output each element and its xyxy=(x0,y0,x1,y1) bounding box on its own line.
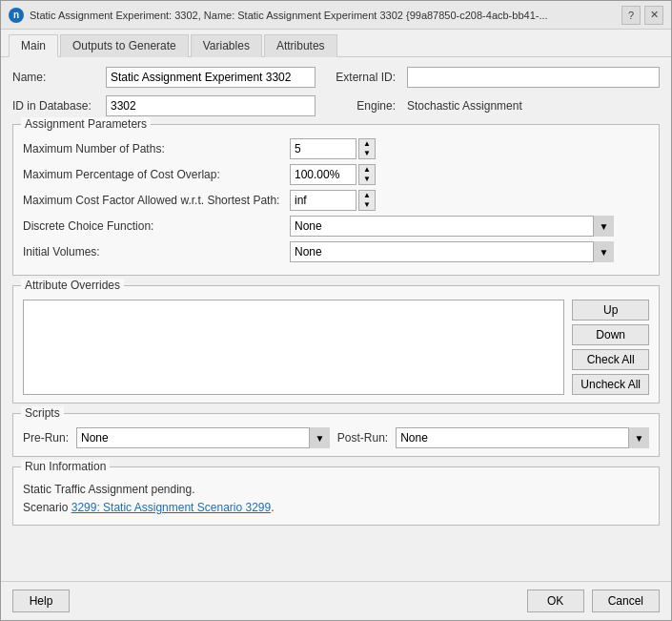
initial-volumes-dropdown-wrap: None ▼ xyxy=(290,241,614,262)
max-paths-row: Maximum Number of Paths: ▲ ▼ xyxy=(23,138,649,159)
scripts-section: Scripts Pre-Run: None ▼ Post-Run: None xyxy=(12,413,660,457)
run-info-line2-prefix: Scenario xyxy=(23,501,71,514)
external-id-input[interactable] xyxy=(407,67,660,88)
help-button[interactable]: ? xyxy=(621,6,641,25)
initial-volumes-row: Initial Volumes: None ▼ xyxy=(23,241,649,262)
max-cost-overlap-row: Maximum Percentage of Cost Overlap: ▲ ▼ xyxy=(23,164,649,185)
max-cost-overlap-input[interactable] xyxy=(290,164,356,185)
max-cost-overlap-up[interactable]: ▲ xyxy=(359,165,375,175)
title-bar-controls: ? ✕ xyxy=(621,6,663,25)
max-paths-down[interactable]: ▼ xyxy=(359,149,375,158)
discrete-choice-dropdown-wrap: None ▼ xyxy=(290,216,614,237)
down-button[interactable]: Down xyxy=(572,324,649,345)
max-cost-overlap-label: Maximum Percentage of Cost Overlap: xyxy=(23,168,290,181)
assignment-params-title: Assignment Parameters xyxy=(21,117,151,131)
max-cost-factor-label: Maximum Cost Factor Allowed w.r.t. Short… xyxy=(23,194,290,207)
max-cost-overlap-down[interactable]: ▼ xyxy=(359,175,375,184)
discrete-choice-row: Discrete Choice Function: None ▼ xyxy=(23,216,649,237)
main-content: Name: External ID: ID in Database: Engin… xyxy=(1,57,671,581)
attribute-overrides-section: Attribute Overrides Up Down Check All Un… xyxy=(12,285,660,404)
name-label: Name: xyxy=(12,71,98,84)
name-row: Name: External ID: xyxy=(12,67,660,88)
run-info-section: Run Information Static Traffic Assignmen… xyxy=(12,466,660,526)
post-run-label: Post-Run: xyxy=(337,431,388,445)
name-input[interactable] xyxy=(106,67,316,88)
cancel-button[interactable]: Cancel xyxy=(592,590,660,612)
attribute-overrides-layout: Up Down Check All Uncheck All xyxy=(23,300,649,395)
external-id-label: External ID: xyxy=(323,71,399,84)
title-bar-left: n Static Assignment Experiment: 3302, Na… xyxy=(9,8,548,23)
max-cost-factor-up[interactable]: ▲ xyxy=(359,191,375,200)
max-paths-input[interactable] xyxy=(290,138,356,159)
run-info-line1: Static Traffic Assignment pending. xyxy=(23,483,195,496)
pre-run-label: Pre-Run: xyxy=(23,431,69,445)
engine-value: Stochastic Assignment xyxy=(407,99,522,113)
scripts-title: Scripts xyxy=(21,406,64,420)
max-cost-factor-spinner: ▲ ▼ xyxy=(358,190,376,211)
discrete-choice-label: Discrete Choice Function: xyxy=(23,219,290,233)
help-button[interactable]: Help xyxy=(12,590,70,612)
engine-label: Engine: xyxy=(323,99,399,113)
attribute-overrides-content: Up Down Check All Uncheck All xyxy=(23,300,649,395)
attribute-overrides-list[interactable] xyxy=(23,300,564,395)
main-window: n Static Assignment Experiment: 3302, Na… xyxy=(0,0,672,621)
run-info-link[interactable]: 3299: Static Assignment Scenario 3299 xyxy=(71,501,271,514)
tab-main[interactable]: Main xyxy=(9,34,58,57)
attribute-overrides-title: Attribute Overrides xyxy=(21,279,124,292)
title-bar: n Static Assignment Experiment: 3302, Na… xyxy=(1,1,671,30)
up-button[interactable]: Up xyxy=(572,300,649,321)
scripts-row: Pre-Run: None ▼ Post-Run: None ▼ xyxy=(23,427,649,448)
max-cost-overlap-input-wrap: ▲ ▼ xyxy=(290,164,376,185)
max-cost-overlap-spinner: ▲ ▼ xyxy=(358,164,376,185)
tab-variables[interactable]: Variables xyxy=(191,34,262,57)
max-paths-spinner: ▲ ▼ xyxy=(358,138,376,159)
max-cost-factor-input-wrap: ▲ ▼ xyxy=(290,190,376,211)
discrete-choice-dropdown[interactable]: None xyxy=(290,216,614,237)
max-cost-factor-row: Maximum Cost Factor Allowed w.r.t. Short… xyxy=(23,190,649,211)
run-info-text: Static Traffic Assignment pending. Scena… xyxy=(23,481,649,517)
tab-outputs[interactable]: Outputs to Generate xyxy=(60,34,189,57)
pre-run-dropdown[interactable]: None xyxy=(76,427,330,448)
id-input[interactable] xyxy=(106,95,316,116)
attribute-overrides-buttons: Up Down Check All Uncheck All xyxy=(572,300,649,395)
run-info-title: Run Information xyxy=(21,460,110,473)
initial-volumes-dropdown[interactable]: None xyxy=(290,241,614,262)
id-row: ID in Database: Engine: Stochastic Assig… xyxy=(12,95,660,116)
max-cost-factor-input[interactable] xyxy=(290,190,356,211)
max-cost-factor-down[interactable]: ▼ xyxy=(359,200,375,210)
footer-right: OK Cancel xyxy=(527,590,660,612)
id-label: ID in Database: xyxy=(12,99,98,113)
assignment-params-section: Assignment Parameters Maximum Number of … xyxy=(12,124,660,276)
footer: Help OK Cancel xyxy=(1,581,671,620)
tab-attributes[interactable]: Attributes xyxy=(264,34,337,57)
close-button[interactable]: ✕ xyxy=(644,6,663,25)
post-run-dropdown[interactable]: None xyxy=(396,427,649,448)
max-paths-label: Maximum Number of Paths: xyxy=(23,142,290,155)
window-title: Static Assignment Experiment: 3302, Name… xyxy=(30,10,548,21)
ok-button[interactable]: OK xyxy=(527,590,584,612)
check-all-button[interactable]: Check All xyxy=(572,349,649,370)
scripts-content: Pre-Run: None ▼ Post-Run: None ▼ xyxy=(23,427,649,448)
max-paths-up[interactable]: ▲ xyxy=(359,139,375,149)
tabs-bar: Main Outputs to Generate Variables Attri… xyxy=(1,30,671,57)
uncheck-all-button[interactable]: Uncheck All xyxy=(572,374,649,395)
run-info-line2-suffix: . xyxy=(271,501,274,514)
post-run-dropdown-wrap: None ▼ xyxy=(396,427,649,448)
run-info-content: Static Traffic Assignment pending. Scena… xyxy=(23,481,649,517)
initial-volumes-label: Initial Volumes: xyxy=(23,245,290,259)
pre-run-dropdown-wrap: None ▼ xyxy=(76,427,330,448)
app-icon: n xyxy=(9,8,24,23)
assignment-params-content: Maximum Number of Paths: ▲ ▼ Maximum Per… xyxy=(23,138,649,262)
max-paths-input-wrap: ▲ ▼ xyxy=(290,138,376,159)
